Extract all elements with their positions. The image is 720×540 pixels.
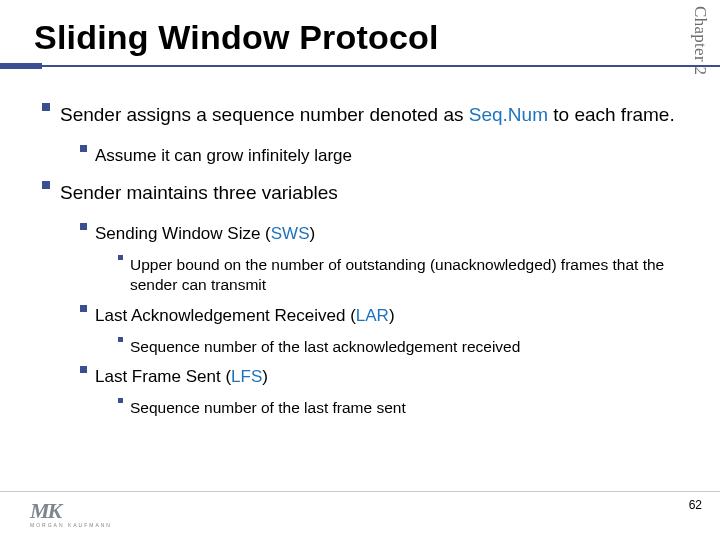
square-bullet-icon	[80, 145, 87, 152]
page-number: 62	[689, 498, 702, 512]
square-bullet-icon	[42, 103, 50, 111]
bullet-l1: Sender maintains three variables	[42, 181, 680, 205]
accent-text: LFS	[231, 367, 262, 386]
bullet-l3: Sequence number of the last frame sent	[118, 398, 680, 418]
bullet-l3: Sequence number of the last acknowledgem…	[118, 337, 680, 357]
slide: Chapter 2 Sliding Window Protocol Sender…	[0, 0, 720, 540]
bullet-text: Sequence number of the last frame sent	[130, 398, 406, 418]
bullet-l2: Last Acknowledgement Received (LAR)	[80, 305, 680, 327]
bullet-l2: Assume it can grow infinitely large	[80, 145, 680, 167]
bullet-l3: Upper bound on the number of outstanding…	[118, 255, 680, 295]
bullet-text: Sequence number of the last acknowledgem…	[130, 337, 520, 357]
title-underline	[0, 63, 720, 69]
bullet-l1: Sender assigns a sequence number denoted…	[42, 103, 680, 127]
title-area: Sliding Window Protocol	[34, 18, 680, 57]
publisher-logo: MK MORGAN KAUFMANN	[30, 498, 112, 528]
slide-title: Sliding Window Protocol	[34, 18, 680, 57]
bullet-text: Sending Window Size (SWS)	[95, 223, 315, 245]
square-bullet-icon	[42, 181, 50, 189]
square-bullet-icon	[118, 398, 123, 403]
bullet-text: Upper bound on the number of outstanding…	[130, 255, 680, 295]
accent-text: LAR	[356, 306, 389, 325]
square-bullet-icon	[80, 305, 87, 312]
bullet-l2: Sending Window Size (SWS)	[80, 223, 680, 245]
logo-publisher: MORGAN KAUFMANN	[30, 522, 112, 528]
bullet-text: Last Acknowledgement Received (LAR)	[95, 305, 395, 327]
bullet-text: Sender assigns a sequence number denoted…	[60, 103, 675, 127]
bullet-l2: Last Frame Sent (LFS)	[80, 366, 680, 388]
accent-text: Seq.Num	[469, 104, 548, 125]
bullet-text: Sender maintains three variables	[60, 181, 338, 205]
footer-divider	[0, 491, 720, 492]
square-bullet-icon	[118, 255, 123, 260]
square-bullet-icon	[80, 223, 87, 230]
logo-initials: MK	[30, 498, 60, 523]
bullet-text: Assume it can grow infinitely large	[95, 145, 352, 167]
accent-text: SWS	[271, 224, 310, 243]
bullet-text: Last Frame Sent (LFS)	[95, 366, 268, 388]
square-bullet-icon	[118, 337, 123, 342]
square-bullet-icon	[80, 366, 87, 373]
content-body: Sender assigns a sequence number denoted…	[34, 79, 680, 418]
